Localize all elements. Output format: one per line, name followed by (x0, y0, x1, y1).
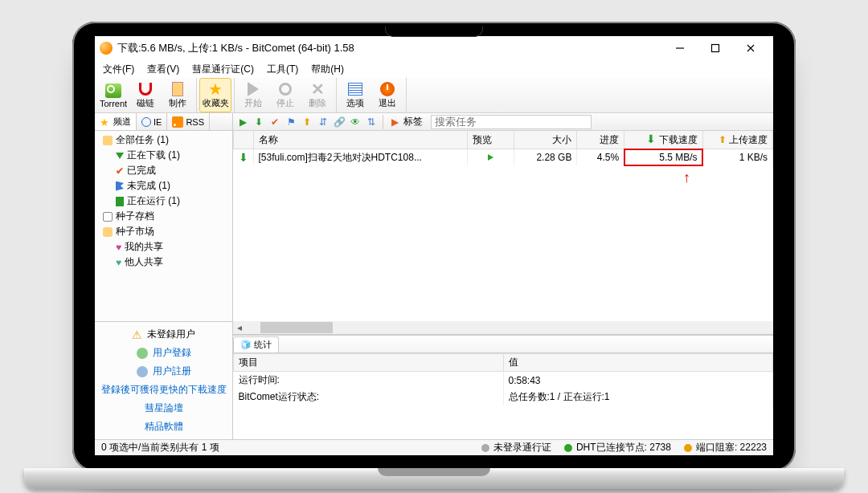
favorites-button[interactable]: ★收藏夹 (199, 78, 231, 112)
row-name: [53fuli.com]扫毒2天地对决HDTC108... (259, 151, 422, 165)
menu-help[interactable]: 帮助(H) (308, 61, 347, 78)
status-dht[interactable]: DHT已连接节点: 2738 (558, 441, 678, 454)
options-icon (348, 83, 362, 96)
col-name[interactable]: 名称 (253, 131, 468, 149)
stats-col-value[interactable]: 值 (503, 354, 773, 372)
maximize-button[interactable] (698, 36, 733, 60)
stop-icon (279, 83, 292, 96)
upload-arrow-icon: ⬆ (719, 134, 727, 145)
delete-button[interactable]: ✕删除 (301, 78, 334, 112)
tab-rss[interactable]: RSS (167, 113, 210, 130)
magnet-icon (139, 83, 152, 96)
stats-icon: 🧊 (240, 340, 252, 350)
tab-channel[interactable]: ★频道 (95, 113, 137, 130)
menu-view[interactable]: 查看(V) (144, 61, 182, 78)
magnet-button[interactable]: 磁链 (129, 78, 162, 112)
tree-done[interactable]: ✔已完成 (95, 163, 232, 178)
led-amber-icon (684, 444, 692, 452)
status-port[interactable]: 端口阻塞: 22223 (678, 441, 773, 454)
menu-tools[interactable]: 工具(T) (264, 61, 301, 78)
annotation-arrow-icon: ↑ (683, 169, 690, 186)
sidebar-tabs: ★频道 IE RSS (95, 113, 232, 131)
flag-icon (116, 181, 124, 191)
row-progress: 4.5% (577, 149, 624, 166)
mini-link-button[interactable]: 🔗 (332, 115, 346, 129)
stop-button[interactable]: 停止 (269, 78, 301, 112)
col-size[interactable]: 大小 (514, 131, 577, 149)
stats-tab[interactable]: 🧊 统计 (233, 336, 279, 352)
ie-icon (141, 117, 151, 127)
check-icon: ✔ (116, 165, 124, 177)
close-button[interactable] (733, 36, 768, 60)
tree-archive[interactable]: 种子存档 (95, 209, 232, 224)
mini-down-button[interactable]: ⬇ (252, 115, 266, 129)
stats-row: BitComet运行状态:总任务数:1 / 正在运行:1 (234, 389, 773, 405)
tree-market[interactable]: 种子市场 (95, 224, 232, 239)
stats-row: 运行时间:0:58:43 (234, 372, 773, 389)
laptop-base (24, 468, 844, 489)
menu-passport[interactable]: 彗星通行证(C) (189, 61, 257, 78)
col-progress[interactable]: 进度 (577, 131, 624, 149)
row-ulspeed: 1 KB/s (702, 149, 772, 166)
tree-incomplete[interactable]: 未完成 (1) (95, 178, 232, 194)
stats-col-item[interactable]: 项目 (234, 354, 504, 372)
tree-all-tasks[interactable]: 全部任务 (1) (95, 132, 232, 148)
faster-link[interactable]: 登録後可獲得更快的下載速度 (98, 381, 229, 399)
mini-toggle-button[interactable]: ⇵ (316, 115, 330, 129)
titlebar[interactable]: 下载:5.6 MB/s, 上传:1 KB/s - BitComet (64-bi… (95, 36, 773, 60)
stats-grid[interactable]: 项目值 运行时间:0:58:43 BitComet运行状态:总任务数:1 / 正… (233, 353, 773, 439)
mini-start-button[interactable]: ▶ (235, 115, 250, 129)
login-button[interactable]: 用户登録 (98, 344, 229, 362)
download-icon (116, 153, 124, 159)
main-toolbar: Torrent 磁链 制作 ★收藏夹 开始 停止 ✕删除 选项 退出 (95, 78, 773, 113)
mini-sort-button[interactable]: ⇅ (364, 115, 379, 129)
task-grid[interactable]: 名称 预览 大小 进度 ⬇ 下载速度 ⬆ 上传速度 ⬇ [53fuli.com]… (233, 131, 773, 165)
start-button[interactable]: 开始 (237, 78, 269, 112)
col-ulspeed[interactable]: ⬆ 上传速度 (702, 131, 772, 149)
tree-downloading[interactable]: 正在下载 (1) (95, 148, 232, 163)
mini-eye-button[interactable]: 👁 (348, 115, 362, 129)
tab-ie[interactable]: IE (137, 113, 167, 130)
mini-check-button[interactable]: ✔ (268, 115, 282, 129)
folder-icon (103, 136, 113, 145)
tree-other-share[interactable]: ♥他人共享 (95, 255, 232, 270)
star-icon: ★ (207, 81, 224, 97)
minimize-button[interactable] (662, 36, 698, 60)
mini-flag-button[interactable]: ⚑ (284, 115, 298, 129)
not-logged-label: 未登録用户 (147, 328, 195, 341)
app-window: 下载:5.6 MB/s, 上传:1 KB/s - BitComet (64-bi… (95, 36, 773, 455)
tags-label[interactable]: 标签 (403, 115, 423, 128)
statusbar: 0 项选中/当前类别共有 1 项 未登录通行证 DHT已连接节点: 2738 端… (95, 439, 773, 455)
col-dlspeed[interactable]: ⬇ 下载速度 (624, 131, 702, 149)
horizontal-scrollbar[interactable]: ◂ (233, 321, 773, 334)
led-gray-icon (481, 444, 489, 452)
sidebar: ★频道 IE RSS 全部任务 (1) 正在下载 (1) ✔已完成 未完成 (1… (95, 113, 233, 439)
forum-link[interactable]: 彗星論壇 (98, 399, 229, 418)
other-share-icon: ♥ (116, 257, 121, 268)
options-button[interactable]: 选项 (339, 78, 371, 112)
exit-icon (380, 82, 395, 96)
register-button[interactable]: 用户註册 (98, 362, 229, 381)
task-row[interactable]: ⬇ [53fuli.com]扫毒2天地对决HDTC108... 2.28 GB … (234, 149, 773, 166)
software-link[interactable]: 精品軟體 (98, 418, 229, 436)
open-torrent-button[interactable]: Torrent (97, 78, 129, 112)
preview-play-icon[interactable] (488, 154, 493, 161)
exit-button[interactable]: 退出 (371, 78, 403, 112)
register-icon (137, 366, 148, 377)
delete-icon: ✕ (309, 81, 326, 97)
menu-file[interactable]: 文件(F) (100, 61, 137, 78)
star-icon: ★ (100, 116, 111, 128)
laptop-frame: 下载:5.6 MB/s, 上传:1 KB/s - BitComet (64-bi… (72, 22, 796, 471)
tree-running[interactable]: 正在运行 (1) (95, 194, 232, 209)
tree-my-share[interactable]: ♥我的共享 (95, 239, 232, 255)
make-torrent-button[interactable]: 制作 (162, 78, 194, 112)
col-preview[interactable]: 预览 (468, 131, 514, 149)
col-icon[interactable] (234, 131, 254, 149)
warning-icon: ⚠ (132, 328, 142, 341)
mini-up-button[interactable]: ⬆ (300, 115, 314, 129)
search-input[interactable] (431, 115, 592, 129)
status-passport[interactable]: 未登录通行证 (475, 441, 558, 454)
my-share-icon: ♥ (116, 242, 121, 253)
archive-icon (103, 212, 113, 222)
row-status-icon: ⬇ (239, 151, 248, 164)
